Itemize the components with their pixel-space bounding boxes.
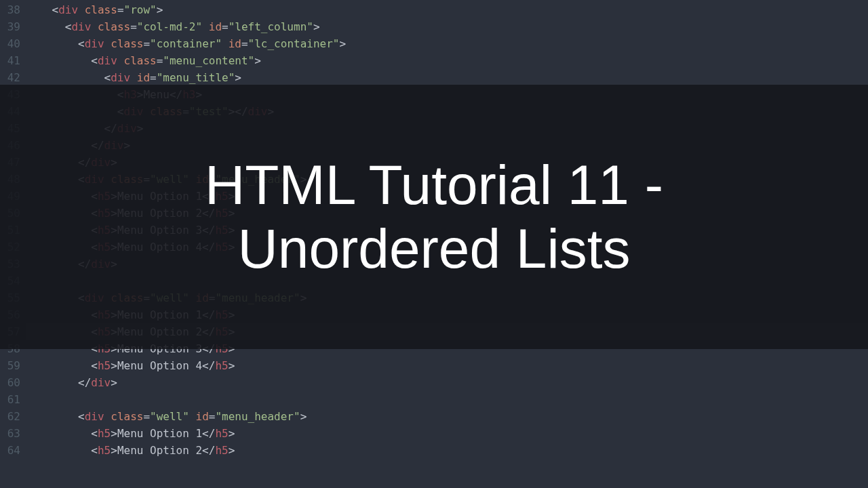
line-number: 60 [0,374,20,391]
line-number: 40 [0,35,20,52]
code-line[interactable]: <h5>Menu Option 2</h5> [26,442,868,459]
line-number: 38 [0,1,20,18]
line-number: 61 [0,391,20,408]
code-line[interactable]: <div id="menu_title"> [26,69,868,86]
code-line[interactable]: <h5>Menu Option 1</h5> [26,425,868,442]
line-number: 63 [0,425,20,442]
line-number: 62 [0,408,20,425]
overlay-title-line1: HTML Tutorial 11 - [205,153,663,217]
title-overlay: HTML Tutorial 11 - Unordered Lists [0,85,868,349]
line-number: 64 [0,442,20,459]
overlay-title-line2: Unordered Lists [238,217,631,281]
line-number: 59 [0,357,20,374]
code-line[interactable]: <h5>Menu Option 4</h5> [26,357,868,374]
line-number: 41 [0,52,20,69]
code-line[interactable]: </div> [26,374,868,391]
line-number: 39 [0,18,20,35]
line-number: 42 [0,69,20,86]
code-line[interactable]: <div class="container" id="lc_container"… [26,35,868,52]
code-line[interactable]: <div class="well" id="menu_header"> [26,408,868,425]
code-line[interactable] [26,391,868,408]
code-line[interactable]: <div class="col-md-2" id="left_column"> [26,18,868,35]
code-line[interactable]: <div class="row"> [26,1,868,18]
code-line[interactable]: <div class="menu_content"> [26,52,868,69]
